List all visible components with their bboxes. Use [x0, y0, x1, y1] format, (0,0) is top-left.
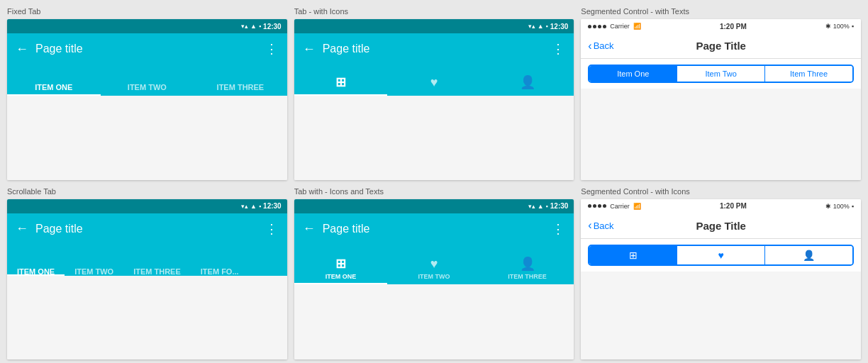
- seg-icon-heart[interactable]: ♥: [677, 246, 765, 264]
- tab-it-three-label: ITEM THREE: [508, 273, 547, 280]
- tab-three-label-fixed: ITEM THREE: [217, 83, 265, 91]
- ios-content-2: [581, 272, 861, 360]
- back-arrow-icon-1[interactable]: ←: [16, 42, 28, 57]
- tab-it-one[interactable]: ⊞ ITEM ONE: [294, 245, 388, 284]
- ios-back-button-1[interactable]: ‹ Back: [588, 40, 613, 52]
- signal-icon-3: ▾▴: [241, 203, 248, 210]
- battery-icon-2: ▪: [546, 23, 548, 30]
- seg-item-three[interactable]: Item Three: [765, 66, 852, 82]
- tab-it-two-label: ITEM TWO: [418, 273, 450, 280]
- status-time-3: 12:30: [263, 202, 282, 210]
- segmented-texts-section: Segmented Control - with Texts Carrier 📶…: [581, 7, 861, 180]
- back-label-2: Back: [594, 220, 614, 231]
- tab-icon-person[interactable]: 👤: [481, 65, 574, 96]
- seg-icon-person[interactable]: 👤: [765, 246, 852, 264]
- back-arrow-icon-2[interactable]: ←: [303, 42, 316, 57]
- back-arrow-icon-3[interactable]: ←: [16, 221, 28, 236]
- tab-icon-grid[interactable]: ⊞: [294, 65, 388, 96]
- ios-status-right-1: ✱ 100% ▪: [825, 23, 854, 30]
- scroll-tab-two[interactable]: ITEM TWO: [65, 245, 123, 276]
- ios-time-2: 1:20 PM: [720, 202, 747, 210]
- seg-person-icon: 👤: [803, 250, 815, 261]
- seg-one-label: Item One: [617, 69, 649, 78]
- battery-icon-3: ▪: [259, 203, 261, 210]
- android-toolbar-4: ← Page title ⋮: [294, 213, 574, 245]
- tab-item-two-fixed[interactable]: ITEM TWO: [101, 65, 194, 96]
- battery-label-1: 100%: [833, 23, 850, 30]
- segmented-icons-section: Segmented Control - with Icons Carrier 📶…: [581, 187, 861, 360]
- segmented-control-icons: ⊞ ♥ 👤: [588, 245, 854, 266]
- seg-item-two[interactable]: Item Two: [677, 66, 765, 82]
- tab-icons-section: Tab - with Icons ▾▴ ▲ ▪ 12:30 ← Page tit…: [294, 7, 574, 180]
- toolbar-title-2: Page title: [323, 43, 370, 55]
- scrollable-tab-section: Scrollable Tab ▾▴ ▲ ▪ 12:30 ← Page title…: [7, 187, 287, 360]
- back-arrow-icon-4[interactable]: ←: [303, 221, 316, 236]
- back-label-1: Back: [594, 40, 614, 51]
- battery-icon-ios-1: ▪: [852, 23, 854, 30]
- toolbar-left-4: ← Page title: [303, 221, 370, 236]
- ios-back-button-2[interactable]: ‹ Back: [588, 219, 613, 232]
- tab-icon-heart[interactable]: ♥: [387, 65, 481, 96]
- scroll-tab-three[interactable]: ITEM THREE: [123, 245, 191, 276]
- more-options-icon-1[interactable]: ⋮: [265, 41, 279, 57]
- tab-content-scrollable: [7, 276, 287, 360]
- segmented-icons-mock: Carrier 📶 1:20 PM ✱ 100% ▪ ‹ Back Page T…: [581, 199, 861, 360]
- more-options-icon-4[interactable]: ⋮: [552, 221, 565, 237]
- tab-item-one-fixed[interactable]: ITEM ONE: [7, 65, 101, 96]
- person-icon: 👤: [520, 74, 535, 90]
- ios-status-right-2: ✱ 100% ▪: [825, 203, 854, 210]
- android-status-bar-2: ▾▴ ▲ ▪ 12:30: [294, 19, 574, 33]
- wifi-icon-ios-1: 📶: [633, 23, 641, 30]
- ios-content-1: [581, 89, 861, 180]
- fixed-tab-mock: ▾▴ ▲ ▪ 12:30 ← Page title ⋮ ITEM ONE ITE: [7, 19, 287, 180]
- ios-nav-title-2: Page Title: [696, 220, 746, 232]
- signal-dot-1: [588, 25, 591, 28]
- android-status-bar-1: ▾▴ ▲ ▪ 12:30: [7, 19, 287, 33]
- battery-icon-ios-2: ▪: [852, 203, 854, 210]
- seg-item-one[interactable]: Item One: [589, 66, 677, 82]
- toolbar-left-1: ← Page title: [16, 42, 83, 57]
- tab-content-fixed: [7, 96, 287, 180]
- signal-dot-7: [598, 204, 601, 208]
- more-options-icon-3[interactable]: ⋮: [265, 221, 279, 237]
- ios-status-bar-1: Carrier 📶 1:20 PM ✱ 100% ▪: [581, 19, 861, 33]
- status-icons-2: ▾▴ ▲ ▪ 12:30: [528, 23, 569, 30]
- signal-dot-8: [603, 204, 606, 208]
- chevron-back-icon-2: ‹: [588, 219, 591, 232]
- fixed-tab-section: Fixed Tab ▾▴ ▲ ▪ 12:30 ← Page title ⋮: [7, 7, 287, 180]
- ios-status-left-1: Carrier 📶: [588, 23, 641, 30]
- chevron-back-icon-1: ‹: [588, 40, 591, 52]
- battery-label-2: 100%: [833, 203, 850, 210]
- signal-icon-2: ▾▴: [528, 23, 535, 30]
- android-toolbar-2: ← Page title ⋮: [294, 33, 574, 65]
- tab-icons-texts-section: Tab with - Icons and Texts ▾▴ ▲ ▪ 12:30 …: [294, 187, 574, 360]
- seg-icon-grid[interactable]: ⊞: [589, 246, 677, 264]
- tab-content-icons-texts: [294, 284, 574, 360]
- tab-item-three-fixed[interactable]: ITEM THREE: [194, 65, 287, 96]
- wifi-icon-4: ▲: [538, 203, 544, 210]
- scrollable-tab-label: Scrollable Tab: [7, 187, 287, 196]
- seg-grid-icon: ⊞: [629, 250, 638, 261]
- ios-time-1: 1:20 PM: [720, 23, 747, 30]
- bluetooth-icon-2: ✱: [825, 203, 831, 210]
- ios-status-bar-2: Carrier 📶 1:20 PM ✱ 100% ▪: [581, 199, 861, 213]
- tab-it-three[interactable]: 👤 ITEM THREE: [481, 245, 574, 284]
- status-icons-1: ▾▴ ▲ ▪ 12:30: [241, 23, 282, 30]
- tab-it-two[interactable]: ♥ ITEM TWO: [387, 245, 481, 284]
- toolbar-left-2: ← Page title: [303, 42, 370, 57]
- tab-icons-texts-bar: ⊞ ITEM ONE ♥ ITEM TWO 👤 ITEM THREE: [294, 245, 574, 284]
- toolbar-title-3: Page title: [35, 223, 83, 235]
- tab-icons-texts-label: Tab with - Icons and Texts: [294, 187, 574, 196]
- toolbar-title-4: Page title: [323, 223, 370, 235]
- android-status-bar-3: ▾▴ ▲ ▪ 12:30: [7, 199, 287, 213]
- android-toolbar-3: ← Page title ⋮: [7, 213, 287, 245]
- signal-dot-4: [603, 25, 606, 28]
- signal-dot-2: [593, 25, 596, 28]
- scroll-tab-four[interactable]: ITEM FO...: [191, 245, 249, 276]
- scroll-tab-one[interactable]: ITEM ONE: [7, 245, 65, 276]
- signal-dot-3: [598, 25, 601, 28]
- bluetooth-icon-1: ✱: [825, 23, 831, 30]
- more-options-icon-2[interactable]: ⋮: [552, 41, 565, 57]
- scrollable-tab-mock: ▾▴ ▲ ▪ 12:30 ← Page title ⋮ ITEM ONE ITE: [7, 199, 287, 360]
- ios-nav-title-1: Page Title: [696, 40, 746, 52]
